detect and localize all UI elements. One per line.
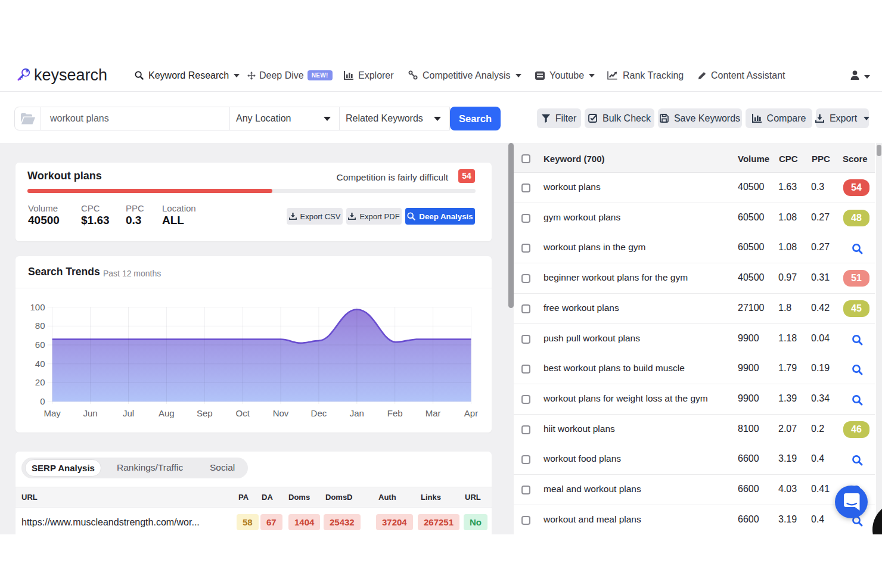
svg-text:Apr: Apr bbox=[464, 408, 478, 418]
svg-text:Jul: Jul bbox=[123, 408, 134, 418]
svg-text:May: May bbox=[44, 408, 61, 418]
svg-text:0: 0 bbox=[40, 396, 45, 406]
svg-text:Oct: Oct bbox=[235, 408, 250, 418]
svg-text:80: 80 bbox=[35, 321, 45, 331]
svg-text:Sep: Sep bbox=[197, 408, 213, 418]
svg-text:Dec: Dec bbox=[311, 408, 327, 418]
svg-text:Mar: Mar bbox=[426, 408, 441, 418]
svg-text:Feb: Feb bbox=[387, 408, 403, 418]
svg-text:Jan: Jan bbox=[350, 408, 364, 418]
svg-text:40: 40 bbox=[35, 359, 45, 369]
svg-text:20: 20 bbox=[35, 377, 45, 387]
svg-text:Jun: Jun bbox=[83, 408, 97, 418]
svg-text:Aug: Aug bbox=[159, 408, 175, 418]
svg-text:60: 60 bbox=[35, 340, 45, 350]
svg-text:Nov: Nov bbox=[273, 408, 289, 418]
svg-text:100: 100 bbox=[30, 302, 45, 312]
